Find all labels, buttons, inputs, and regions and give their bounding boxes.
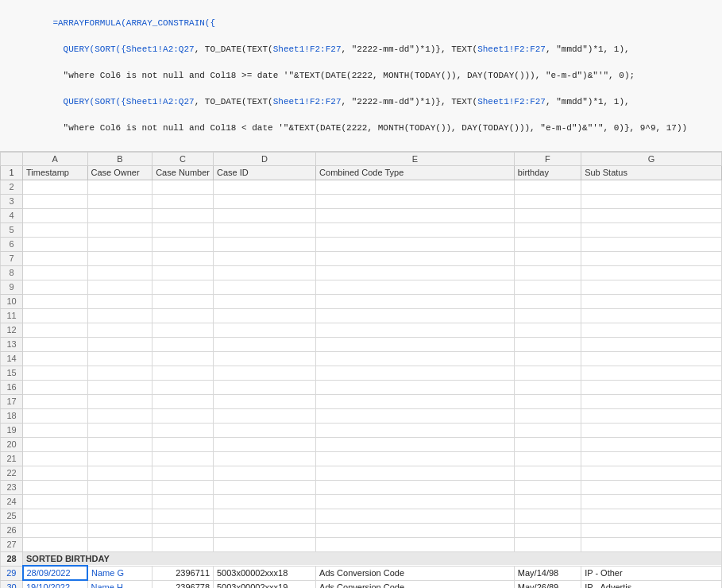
cell-a-24[interactable] [23, 494, 88, 509]
table-row[interactable]: 26 [1, 523, 722, 537]
cell-c-16[interactable] [153, 380, 214, 394]
cell-e-2[interactable] [316, 180, 515, 194]
cell-b-13[interactable] [87, 337, 153, 351]
cell-e-6[interactable] [316, 237, 515, 251]
cell-g-21[interactable] [581, 451, 722, 466]
cell-b-21[interactable] [87, 451, 153, 466]
cell-c-20[interactable] [153, 437, 214, 451]
cell-d-18[interactable] [214, 408, 316, 423]
cell-g-25[interactable] [581, 509, 722, 523]
cell-b-9[interactable] [87, 280, 153, 294]
cell-f-18[interactable] [514, 408, 581, 423]
cell-d-7[interactable] [214, 251, 316, 265]
cell-c-21[interactable] [153, 451, 214, 466]
cell-f-10[interactable] [514, 294, 581, 308]
cell-g-17[interactable] [581, 394, 722, 408]
cell-a-9[interactable] [23, 280, 88, 294]
cell-g-3[interactable] [581, 194, 722, 208]
table-row[interactable]: 7 [1, 251, 722, 265]
cell-f-30[interactable]: May/26/89 [514, 580, 581, 588]
cell-f-4[interactable] [514, 208, 581, 222]
cell-g-29[interactable]: IP - Other [581, 566, 722, 580]
cell-a-6[interactable] [23, 237, 88, 251]
cell-d-3[interactable] [214, 194, 316, 208]
cell-d-16[interactable] [214, 380, 316, 394]
cell-d-25[interactable] [214, 509, 316, 523]
cell-f-5[interactable] [514, 222, 581, 237]
cell-f-26[interactable] [514, 523, 581, 537]
cell-a-7[interactable] [23, 251, 88, 265]
cell-g-2[interactable] [581, 180, 722, 194]
cell-g-9[interactable] [581, 280, 722, 294]
cell-g-19[interactable] [581, 423, 722, 437]
cell-c-6[interactable] [153, 237, 214, 251]
col-header-e[interactable]: E [316, 152, 515, 165]
cell-e-26[interactable] [316, 523, 515, 537]
cell-e-13[interactable] [316, 337, 515, 351]
cell-d-2[interactable] [214, 180, 316, 194]
cell-a-26[interactable] [23, 523, 88, 537]
cell-g-15[interactable] [581, 366, 722, 380]
cell-e-9[interactable] [316, 280, 515, 294]
cell-b-4[interactable] [87, 208, 153, 222]
cell-a-20[interactable] [23, 437, 88, 451]
table-row[interactable]: 5 [1, 222, 722, 237]
cell-b-15[interactable] [87, 366, 153, 380]
cell-g-24[interactable] [581, 494, 722, 509]
cell-d-12[interactable] [214, 323, 316, 337]
cell-b-20[interactable] [87, 437, 153, 451]
cell-c-13[interactable] [153, 337, 214, 351]
table-row[interactable]: 18 [1, 408, 722, 423]
table-row[interactable]: 2 [1, 180, 722, 194]
cell-e-20[interactable] [316, 437, 515, 451]
cell-f-17[interactable] [514, 394, 581, 408]
cell-c-3[interactable] [153, 194, 214, 208]
cell-b-17[interactable] [87, 394, 153, 408]
cell-e-21[interactable] [316, 451, 515, 466]
col-header-a[interactable]: A [23, 152, 88, 165]
table-row[interactable]: 12 [1, 323, 722, 337]
cell-c-9[interactable] [153, 280, 214, 294]
cell-e-22[interactable] [316, 466, 515, 480]
cell-d-20[interactable] [214, 437, 316, 451]
cell-c-29[interactable]: 2396711 [153, 566, 214, 580]
cell-g-12[interactable] [581, 323, 722, 337]
cell-g-16[interactable] [581, 380, 722, 394]
table-row[interactable]: 17 [1, 394, 722, 408]
table-row[interactable]: 19 [1, 423, 722, 437]
cell-g-13[interactable] [581, 337, 722, 351]
cell-c-7[interactable] [153, 251, 214, 265]
cell-a-2[interactable] [23, 180, 88, 194]
cell-b-29[interactable]: Name G [87, 566, 153, 580]
cell-e-25[interactable] [316, 509, 515, 523]
cell-g-11[interactable] [581, 308, 722, 323]
cell-g-22[interactable] [581, 466, 722, 480]
cell-d-9[interactable] [214, 280, 316, 294]
cell-a-25[interactable] [23, 509, 88, 523]
cell-g-20[interactable] [581, 437, 722, 451]
cell-e-18[interactable] [316, 408, 515, 423]
cell-a-4[interactable] [23, 208, 88, 222]
table-row[interactable]: 3 [1, 194, 722, 208]
cell-d-11[interactable] [214, 308, 316, 323]
cell-b-2[interactable] [87, 180, 153, 194]
cell-e-27[interactable] [316, 537, 515, 551]
cell-a-5[interactable] [23, 222, 88, 237]
table-row[interactable]: 27 [1, 537, 722, 551]
cell-d-26[interactable] [214, 523, 316, 537]
cell-b-8[interactable] [87, 265, 153, 280]
cell-b-5[interactable] [87, 222, 153, 237]
cell-g-30[interactable]: IP - Advertis [581, 580, 722, 588]
cell-a-12[interactable] [23, 323, 88, 337]
col-header-g[interactable]: G [581, 152, 722, 165]
cell-b-25[interactable] [87, 509, 153, 523]
cell-f-3[interactable] [514, 194, 581, 208]
cell-e-12[interactable] [316, 323, 515, 337]
cell-d-23[interactable] [214, 480, 316, 494]
cell-f-7[interactable] [514, 251, 581, 265]
cell-g-6[interactable] [581, 237, 722, 251]
col-header-f[interactable]: F [514, 152, 581, 165]
cell-d-4[interactable] [214, 208, 316, 222]
cell-c-8[interactable] [153, 265, 214, 280]
cell-a-23[interactable] [23, 480, 88, 494]
